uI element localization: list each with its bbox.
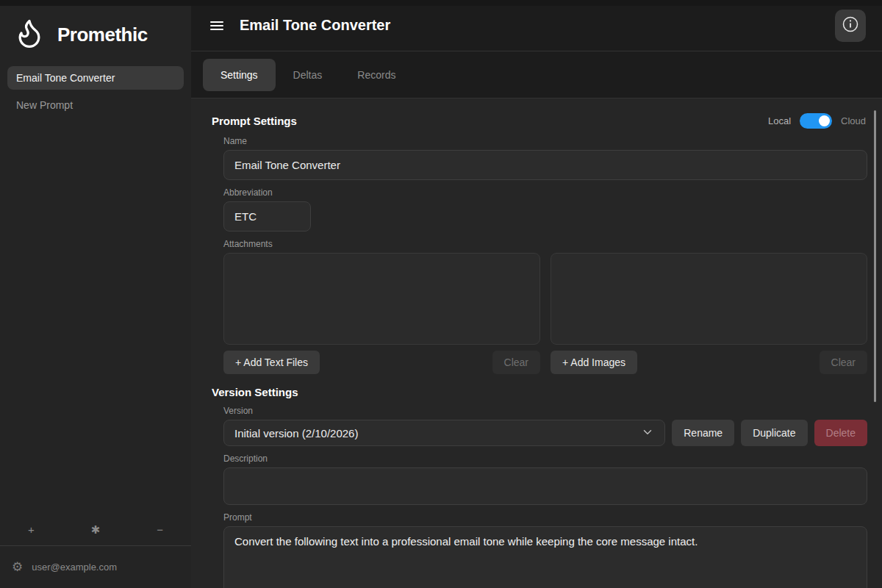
brand-name: Promethic [57, 24, 148, 46]
prompt-settings-title: Prompt Settings [212, 115, 297, 127]
hamburger-menu-icon[interactable] [210, 21, 223, 30]
local-cloud-toggle[interactable] [800, 113, 832, 129]
sidebar-item-email-tone-converter[interactable]: Email Tone Converter [7, 66, 184, 90]
name-label: Name [223, 136, 867, 146]
delete-button[interactable]: Delete [814, 420, 867, 446]
asterisk-icon[interactable]: ✱ [91, 524, 101, 535]
version-select[interactable]: Initial version (2/10/2026) [223, 420, 665, 446]
settings-content: Prompt Settings Local Cloud Name Abbrevi… [191, 98, 882, 588]
app-window: Promethic Email Tone Converter New Promp… [0, 0, 882, 588]
page-title: Email Tone Converter [240, 17, 390, 34]
gear-icon[interactable]: ⚙ [12, 561, 23, 573]
minus-icon[interactable]: − [157, 524, 163, 535]
version-row: Initial version (2/10/2026) Rename Dupli… [223, 420, 867, 446]
attachments-label: Attachments [223, 239, 867, 249]
tab-label: Settings [220, 69, 258, 81]
rename-button[interactable]: Rename [672, 420, 734, 446]
sidebar-item-label: Email Tone Converter [16, 72, 115, 84]
user-email: user@example.com [32, 562, 117, 573]
attachments-actions: + Add Text Files Clear + Add Images Clea… [223, 351, 867, 374]
window-top-strip [0, 0, 882, 6]
abbreviation-input[interactable] [223, 201, 311, 232]
flame-logo-icon [13, 16, 46, 53]
prompt-settings-header: Prompt Settings Local Cloud [212, 113, 867, 129]
version-label: Version [223, 406, 867, 416]
vertical-scrollbar[interactable] [874, 110, 876, 402]
attachments-row [223, 253, 867, 345]
toggle-label-cloud: Cloud [841, 115, 866, 126]
toggle-label-local: Local [768, 115, 791, 126]
info-icon [842, 15, 859, 35]
tab-label: Deltas [293, 69, 323, 81]
sidebar-nav: Email Tone Converter New Prompt [0, 66, 191, 117]
topbar: Email Tone Converter [191, 0, 882, 51]
plus-icon[interactable]: + [28, 524, 35, 535]
storage-toggle-group: Local Cloud [768, 113, 867, 129]
name-input[interactable] [223, 150, 867, 180]
sidebar: Promethic Email Tone Converter New Promp… [0, 0, 191, 588]
clear-images-button[interactable]: Clear [820, 351, 867, 374]
tab-bar: Settings Deltas Records [191, 51, 882, 98]
sidebar-spacer [0, 117, 191, 524]
main-area: Email Tone Converter Settings Deltas [191, 0, 882, 588]
sidebar-item-new-prompt[interactable]: New Prompt [7, 93, 184, 117]
add-images-button[interactable]: + Add Images [551, 351, 637, 374]
description-textarea[interactable] [223, 467, 867, 505]
tab-records[interactable]: Records [340, 59, 413, 91]
info-button[interactable] [835, 10, 866, 42]
sidebar-tools: + ✱ − [0, 524, 191, 535]
description-label: Description [223, 453, 867, 464]
images-actions: + Add Images Clear [551, 351, 867, 374]
prompt-textarea[interactable]: Convert the following text into a profes… [223, 526, 867, 588]
tab-label: Records [357, 69, 395, 81]
version-select-value: Initial version (2/10/2026) [234, 427, 358, 440]
images-dropzone[interactable] [551, 253, 867, 345]
user-row: ⚙ user@example.com [0, 545, 191, 588]
clear-text-files-button[interactable]: Clear [492, 351, 540, 374]
text-files-actions: + Add Text Files Clear [223, 351, 540, 374]
abbreviation-label: Abbreviation [223, 187, 867, 198]
duplicate-button[interactable]: Duplicate [741, 420, 807, 446]
prompt-settings-fields: Name Abbreviation Attachments + Add Text… [223, 136, 867, 374]
toggle-knob [819, 115, 830, 126]
chevron-down-icon [641, 426, 654, 441]
prompt-label: Prompt [223, 512, 867, 523]
version-settings-title: Version Settings [212, 386, 867, 398]
version-settings-fields: Version Initial version (2/10/2026) Rena… [223, 406, 867, 588]
brand: Promethic [0, 0, 191, 66]
text-files-dropzone[interactable] [223, 253, 540, 345]
add-text-files-button[interactable]: + Add Text Files [223, 351, 320, 374]
sidebar-item-label: New Prompt [16, 99, 73, 111]
tab-settings[interactable]: Settings [203, 59, 276, 91]
tab-deltas[interactable]: Deltas [276, 59, 340, 91]
